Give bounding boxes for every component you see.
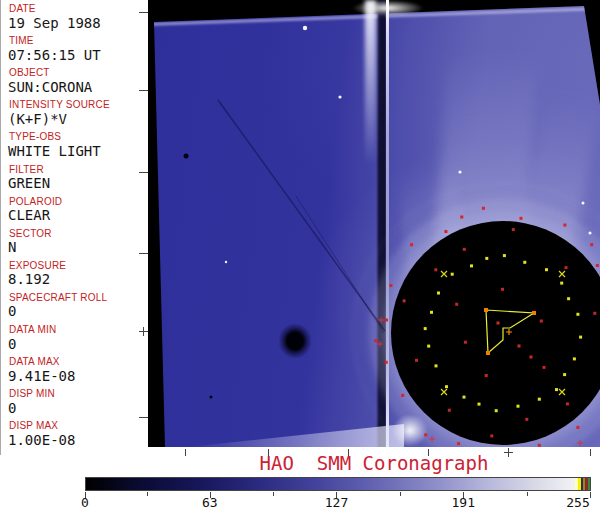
yellow-marker-dot xyxy=(437,292,440,295)
red-marker-dot xyxy=(444,230,447,233)
field-value: 19 Sep 1988 xyxy=(8,15,101,32)
field-label: DISP MIN xyxy=(9,389,55,400)
field-label: POLAROID xyxy=(9,197,62,208)
photo-scratch-line xyxy=(296,196,384,333)
yellow-marker-dot xyxy=(470,264,473,267)
red-plus-mark xyxy=(429,436,435,442)
yellow-x-mark xyxy=(441,271,447,277)
red-marker-dot xyxy=(482,207,485,210)
field-value: 0 xyxy=(8,336,16,353)
yellow-marker-dot xyxy=(495,409,498,412)
red-marker-dot xyxy=(566,402,569,405)
dark-speck xyxy=(184,154,189,159)
red-marker-dot xyxy=(415,359,418,362)
red-marker-dot xyxy=(576,426,579,429)
colorbar-minor-tick xyxy=(527,492,528,496)
star-speck xyxy=(338,95,341,98)
colorbar-tick-label: 127 xyxy=(314,496,358,510)
fiducial-dash xyxy=(139,12,148,13)
yellow-marker-dot xyxy=(563,373,566,376)
field-value: GREEN xyxy=(8,175,50,192)
field-value: SUN:CORONA xyxy=(8,79,92,96)
red-marker-dot xyxy=(530,356,533,359)
field-value: 9.41E-08 xyxy=(8,368,75,385)
yellow-marker-dot xyxy=(538,398,541,401)
red-plus-mark xyxy=(577,440,583,446)
red-marker-dot xyxy=(403,299,406,302)
yellow-marker-dot xyxy=(451,273,454,276)
fiducial-cross xyxy=(143,327,144,336)
red-marker-dot xyxy=(497,322,500,325)
field-value: 0 xyxy=(8,400,16,417)
red-marker-dot xyxy=(590,243,593,246)
intensity-colorbar xyxy=(85,477,591,491)
field-label: SPACECRAFT ROLL xyxy=(9,293,107,304)
yellow-marker-dot xyxy=(478,403,481,406)
red-marker-dot xyxy=(424,433,427,436)
red-marker-dot xyxy=(464,341,467,344)
red-marker-dot xyxy=(401,394,404,397)
field-label: DISP MAX xyxy=(9,421,58,432)
field-value: 8.192 xyxy=(8,271,50,288)
field-label: DATA MAX xyxy=(9,357,60,368)
image-title: HAO SMM Coronagraph xyxy=(148,454,600,472)
field-label: SECTOR xyxy=(9,229,52,240)
yellow-marker-dot xyxy=(435,364,438,367)
star-speck xyxy=(225,261,227,263)
colorbar-tick-label: 0 xyxy=(63,496,107,510)
yellow-x-mark xyxy=(441,389,447,395)
field-label: DATE xyxy=(9,4,36,15)
yellow-marker-dot xyxy=(517,405,520,408)
red-marker-dot xyxy=(457,442,460,445)
red-marker-dot xyxy=(389,284,392,287)
yellow-marker-dot xyxy=(463,396,466,399)
red-marker-dot xyxy=(518,345,521,348)
yellow-marker-dot xyxy=(573,357,576,360)
field-value: WHITE LIGHT xyxy=(8,143,101,160)
colorbar-minor-tick xyxy=(400,492,401,496)
polygon-vertex-dot xyxy=(484,308,488,312)
yellow-marker-dot xyxy=(503,254,506,257)
red-marker-dot xyxy=(490,434,493,437)
fiducial-dash xyxy=(139,90,148,91)
red-marker-dot xyxy=(520,217,523,220)
colorbar-minor-tick xyxy=(147,492,148,496)
field-value: 1.00E-08 xyxy=(8,432,75,449)
star-speck xyxy=(303,26,307,30)
coronagraph-image-area[interactable] xyxy=(148,0,600,447)
yellow-marker-dot xyxy=(545,268,548,271)
colorbar-minor-tick xyxy=(273,492,274,496)
red-marker-dot xyxy=(543,366,546,369)
star-speck xyxy=(582,202,585,205)
polygon-vertex-dot xyxy=(486,351,490,355)
red-marker-dot xyxy=(385,361,388,364)
field-label: FILTER xyxy=(9,165,44,176)
colorbar-tick-label: 63 xyxy=(188,496,232,510)
field-value: 0 xyxy=(8,303,16,320)
yellow-marker-dot xyxy=(560,282,563,285)
red-marker-dot xyxy=(540,320,543,323)
colorbar-tick-label: 255 xyxy=(556,496,600,510)
field-value: (K+F)*V xyxy=(8,111,67,128)
red-marker-dot xyxy=(501,288,504,291)
red-marker-dot xyxy=(434,268,437,271)
dark-speck xyxy=(210,396,213,399)
coronagraph-viewer-window: DATE19 Sep 1988TIME07:56:15 UTOBJECTSUN:… xyxy=(0,0,600,512)
red-marker-dot xyxy=(538,444,541,447)
field-value: CLEAR xyxy=(8,207,50,224)
field-value: 07:56:15 UT xyxy=(8,47,101,64)
fiducial-dash xyxy=(139,172,148,173)
red-marker-dot xyxy=(485,374,488,377)
red-marker-dot xyxy=(563,224,566,227)
yellow-marker-dot xyxy=(576,313,579,316)
field-label: INTENSITY SOURCE xyxy=(9,100,110,111)
metadata-sidebar: DATE19 Sep 1988TIME07:56:15 UTOBJECTSUN:… xyxy=(0,0,148,455)
red-marker-dot xyxy=(565,266,568,269)
yellow-marker-dot xyxy=(427,345,430,348)
yellow-marker-dot xyxy=(430,311,433,314)
field-label: OBJECT xyxy=(9,68,50,79)
star-speck xyxy=(458,170,461,173)
yellow-x-mark xyxy=(559,271,565,277)
yellow-marker-dot xyxy=(523,261,526,264)
fiducial-dash xyxy=(139,417,148,418)
